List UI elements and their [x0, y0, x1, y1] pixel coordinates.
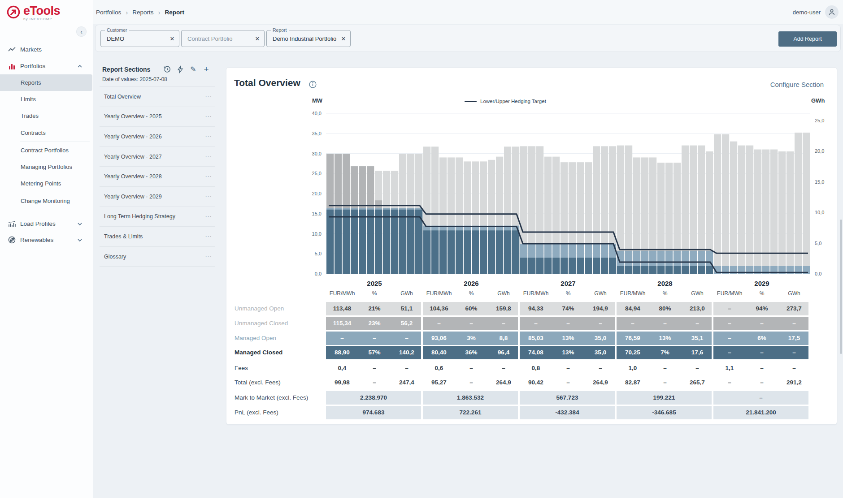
- report-sections-actions: ✎ +: [163, 65, 210, 73]
- table-cell-band: 567.723: [520, 391, 615, 405]
- scrollbar-thumb[interactable]: [840, 220, 842, 354]
- table-cell: 13%: [552, 332, 584, 345]
- table-subheader: GWh: [778, 290, 810, 298]
- table-cell: –: [358, 376, 391, 389]
- report-filter-field[interactable]: Report Demo Industrial Portfolio ✕: [266, 30, 351, 47]
- sidebar-item-trades[interactable]: Trades: [0, 108, 92, 124]
- pencil-icon[interactable]: ✎: [189, 65, 197, 73]
- more-options-icon[interactable]: ⋯: [205, 112, 212, 121]
- table-cell: –: [649, 376, 681, 389]
- report-section-item[interactable]: Yearly Overview - 2027⋯: [100, 147, 215, 167]
- table-cell-band: 80,4036%96,4: [423, 346, 518, 359]
- sidebar-item-limits[interactable]: Limits: [0, 91, 92, 108]
- report-section-item[interactable]: Glossary⋯: [100, 247, 215, 267]
- table-cell-band: 88,9057%140,2: [326, 346, 421, 359]
- more-options-icon[interactable]: ⋯: [205, 133, 212, 141]
- table-row-label: Unmanaged Open: [235, 302, 284, 315]
- more-options-icon[interactable]: ⋯: [205, 93, 212, 101]
- table-cell: –: [584, 362, 617, 375]
- clear-customer-icon[interactable]: ✕: [165, 35, 179, 42]
- report-section-item[interactable]: Yearly Overview - 2026⋯: [100, 127, 215, 147]
- table-cell: 104,36: [423, 302, 455, 315]
- table-cell: 6%: [746, 332, 778, 345]
- report-section-item[interactable]: Yearly Overview - 2025⋯: [100, 107, 215, 127]
- customer-filter-field[interactable]: Customer DEMO ✕: [100, 30, 179, 47]
- table-subheader: %: [552, 290, 584, 298]
- table-cell: –: [552, 317, 584, 330]
- more-options-icon[interactable]: ⋯: [205, 153, 212, 161]
- sidebar-item-metering-points[interactable]: Metering Points: [0, 175, 92, 192]
- sidebar-item-contracts[interactable]: Contracts: [0, 125, 92, 141]
- table-cell: –: [681, 362, 713, 375]
- table-cell: 17,5: [778, 332, 810, 345]
- user-area: demo-user: [793, 0, 839, 24]
- table-cell-band: –6%17,5: [713, 332, 808, 345]
- sidebar-item-label: Change Monitoring: [21, 198, 70, 204]
- table-cell: 1,1: [713, 362, 746, 375]
- report-section-item[interactable]: Yearly Overview - 2028⋯: [100, 167, 215, 187]
- sidebar-item-change-monitoring[interactable]: Change Monitoring: [0, 193, 92, 209]
- sidebar-item-managing-portfolios[interactable]: Managing Portfolios: [0, 159, 92, 175]
- clear-contract-portfolio-icon[interactable]: ✕: [251, 35, 264, 42]
- report-section-label: Yearly Overview - 2027: [104, 154, 205, 160]
- table-cell-band: 21.841.200: [713, 406, 808, 419]
- more-options-icon[interactable]: ⋯: [205, 212, 212, 220]
- report-section-item[interactable]: Total Overview⋯: [100, 87, 215, 107]
- table-cell: 35,1: [681, 332, 713, 345]
- breadcrumb-reports[interactable]: Reports: [132, 9, 153, 16]
- sidebar-item-label: Metering Points: [21, 180, 61, 187]
- breadcrumb-portfolios[interactable]: Portfolios: [96, 9, 121, 16]
- sidebar-item-contract-portfolios[interactable]: Contract Portfolios: [0, 142, 92, 159]
- bottom-strip: [0, 498, 843, 504]
- table-cell-band: 113,4821%51,1: [326, 302, 421, 315]
- report-section-item[interactable]: Yearly Overview - 2029⋯: [100, 187, 215, 207]
- table-cell: 213,0: [681, 302, 713, 315]
- table-cell: 974.683: [326, 406, 421, 419]
- report-section-item[interactable]: Long Term Hedging Strategy⋯: [100, 207, 215, 227]
- sidebar-collapse-button[interactable]: ‹: [76, 26, 87, 37]
- table-cell: 17,6: [681, 346, 713, 359]
- more-options-icon[interactable]: ⋯: [205, 172, 212, 181]
- table-row-label: PnL (excl. Fees): [235, 406, 278, 419]
- load-profiles-icon: [8, 220, 16, 228]
- table-cell-band: -432.384: [520, 406, 615, 419]
- contract-portfolio-filter-field[interactable]: Contract Portfolio ✕: [181, 30, 265, 47]
- sidebar-item-renewables[interactable]: Renewables: [0, 232, 92, 248]
- table-cell: 51,1: [391, 302, 423, 315]
- add-report-button[interactable]: Add Report: [778, 31, 837, 47]
- table-cell-band: 104,3660%159,8: [423, 302, 518, 315]
- more-options-icon[interactable]: ⋯: [205, 233, 212, 241]
- table-cell: 113,48: [326, 302, 358, 315]
- table-cell-band: 85,0313%35,0: [520, 332, 615, 345]
- report-section-item[interactable]: Trades & Limits⋯: [100, 227, 215, 247]
- table-cell: 70,25: [617, 346, 649, 359]
- user-avatar[interactable]: [825, 5, 839, 19]
- more-options-icon[interactable]: ⋯: [205, 193, 212, 201]
- more-options-icon[interactable]: ⋯: [205, 253, 212, 261]
- lightning-icon[interactable]: [176, 65, 184, 73]
- table-subheader: EUR/MWh: [423, 290, 455, 298]
- table-cell: –: [326, 332, 358, 345]
- leaf-icon: [8, 236, 16, 244]
- table-cell: 36%: [455, 346, 487, 359]
- table-cell: –: [487, 317, 520, 330]
- sidebar-item-label: Trades: [21, 112, 39, 119]
- table-cell: 264,9: [487, 376, 520, 389]
- sidebar-item-reports[interactable]: Reports: [0, 74, 92, 91]
- history-icon[interactable]: [163, 65, 171, 73]
- table-row-label: Total (excl. Fees): [235, 376, 281, 389]
- clear-report-icon[interactable]: ✕: [337, 35, 350, 42]
- table-cell: –: [746, 346, 778, 359]
- table-cell: 93,06: [423, 332, 455, 345]
- table-cell: –: [746, 362, 778, 375]
- app-logo[interactable]: eTools by INERCOMP: [6, 5, 60, 21]
- sidebar-item-load-profiles[interactable]: Load Profiles: [0, 215, 92, 232]
- table-cell: 0,4: [326, 362, 358, 375]
- table-cell: –: [520, 317, 552, 330]
- sidebar-item-portfolios[interactable]: Portfolios: [0, 58, 92, 74]
- table-cell: 76,59: [617, 332, 649, 345]
- plus-icon[interactable]: +: [202, 65, 210, 73]
- table-cell-band: 722.261: [423, 406, 518, 419]
- sidebar-item-markets[interactable]: Markets: [0, 41, 92, 58]
- table-cell-band: 2.238.970: [326, 391, 421, 405]
